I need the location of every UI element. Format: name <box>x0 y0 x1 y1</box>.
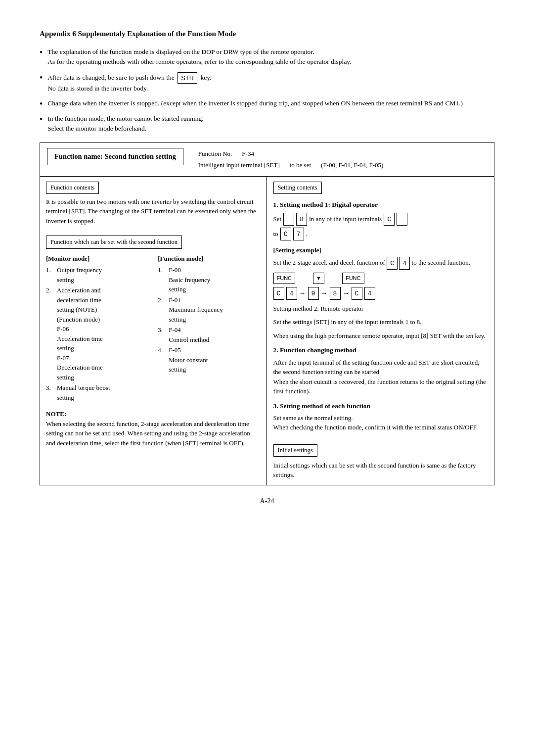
bullet-text-4: In the function mode, the motor cannot b… <box>47 114 494 134</box>
bullet-item-3: • Change data when the inverter is stopp… <box>40 98 494 108</box>
function-contents-text: It is possible to run two motors with on… <box>46 197 260 226</box>
two-list: [Monitor mode] 1. Output frequencysettin… <box>46 254 260 404</box>
two-col: Function contents It is possible to run … <box>40 177 494 485</box>
list-text: Output frequencysetting <box>57 265 102 284</box>
func-btn-right: FUNC <box>342 273 364 284</box>
seq-8: 8 <box>330 287 341 300</box>
set-label: Set <box>273 214 282 224</box>
stage-c: C <box>387 257 398 270</box>
seq-4-2: 4 <box>364 287 375 300</box>
note-label: NOTE: <box>46 409 260 419</box>
list-item: 1. F-00Basic frequencysetting <box>158 265 260 294</box>
seq-9: 9 <box>308 287 319 300</box>
bullet-dot-1: • <box>40 48 43 57</box>
initial-settings-text: Initial settings which can be set with t… <box>273 461 488 480</box>
func-to-be-set-label: to be set <box>290 159 311 171</box>
bullet-dot-4: • <box>40 115 43 124</box>
func-buttons-row: FUNC ▼ FUNC <box>273 273 488 284</box>
set-row-1: Set 8 in any of the input terminals C <box>273 213 488 226</box>
list-num: 2. <box>158 295 167 325</box>
set-char <box>283 213 294 226</box>
initial-settings-label: Initial settings <box>273 444 317 457</box>
function-list: 1. F-00Basic frequencysetting 2. F-01Max… <box>158 265 260 375</box>
list-num: 1. <box>46 265 55 284</box>
monitor-mode-title: [Monitor mode] <box>46 254 148 264</box>
to-c: C <box>280 228 291 240</box>
method2-text-2: When using the high performance remote o… <box>273 331 488 341</box>
list-item: 2. F-01Maximum frequencysetting <box>158 295 260 325</box>
list-item: 3. Manual torque boostsetting <box>46 383 148 402</box>
func-no-value: F-34 <box>242 148 254 159</box>
function-list-col: [Function mode] 1. F-00Basic frequencyse… <box>158 254 260 404</box>
terminal-c: C <box>384 213 395 226</box>
list-text: Acceleration anddeceleration timesetting… <box>57 285 103 382</box>
in-any-label: in any of the input terminals <box>309 214 382 224</box>
method3-title: 3. Setting method of each function <box>273 401 488 411</box>
main-box: Function name: Second function setting F… <box>40 142 494 485</box>
bullet-item-4: • In the function mode, the motor cannot… <box>40 114 494 134</box>
func-no-row: Function No. F-34 <box>198 148 384 159</box>
method2-title: Setting method 2: Remote operator <box>273 304 488 314</box>
seq-c2: C <box>352 287 362 300</box>
monitor-list: 1. Output frequencysetting 2. Accelerati… <box>46 265 148 402</box>
list-num: 2. <box>46 285 55 382</box>
bullet-text-1: The explanation of the function mode is … <box>47 47 494 67</box>
stage-4: 4 <box>399 257 410 270</box>
method1-title: 1. Setting method 1: Digital operator <box>273 200 488 210</box>
func-header-right: Function No. F-34 Intelligent input term… <box>198 148 384 171</box>
str-key: STR <box>178 72 197 84</box>
list-item: 2. Acceleration anddeceleration timesett… <box>46 285 148 382</box>
period: . <box>306 229 308 239</box>
list-text: F-05Motor constantsetting <box>169 345 208 375</box>
method3-content: Set same as the normal setting. When che… <box>273 413 488 432</box>
right-col: Setting contents 1. Setting method 1: Di… <box>267 177 494 485</box>
func-btn-left: FUNC <box>273 273 296 284</box>
function-mode-title: [Function mode] <box>158 254 260 264</box>
bullet-dot-3: • <box>40 99 43 108</box>
list-text: F-01Maximum frequencysetting <box>169 295 222 325</box>
func-name-label: Function name: Second function setting <box>47 148 183 165</box>
function-contents-label: Function contents <box>46 182 99 194</box>
arrow-3: → <box>343 288 350 298</box>
func-header: Function name: Second function setting F… <box>40 143 494 177</box>
seq-c: C <box>273 287 284 300</box>
bullet-item-1: • The explanation of the function mode i… <box>40 47 494 67</box>
page-number: A-24 <box>40 497 494 505</box>
list-item: 4. F-05Motor constantsetting <box>158 345 260 375</box>
set-row-2: to C 7 . <box>273 228 488 240</box>
list-num: 3. <box>158 325 167 344</box>
setting-contents-label: Setting contents <box>273 182 322 194</box>
bullet-item-2: • After data is changed, be sure to push… <box>40 72 494 94</box>
list-text: F-04Control method <box>169 325 209 344</box>
function-which-label: Function which can be set with the secon… <box>46 236 182 249</box>
setting-example-label: [Setting example] <box>273 245 488 255</box>
seq-row: C 4 → 9 → 8 → C 4 <box>273 287 488 300</box>
terminal-1 <box>397 213 407 226</box>
bullet-text-3: Change data when the inverter is stopped… <box>47 98 494 108</box>
left-col: Function contents It is possible to run … <box>40 177 267 485</box>
method2-text-1: Set the settings [SET] in any of the inp… <box>273 317 488 327</box>
set-char-8: 8 <box>296 213 307 226</box>
method2-num-title: 2. Function changing method <box>273 345 488 355</box>
to-7: 7 <box>293 228 304 240</box>
seq-4: 4 <box>286 287 297 300</box>
list-item: 1. Output frequencysetting <box>46 265 148 284</box>
method2-content: After the input terminal of the setting … <box>273 358 488 396</box>
page-title: Appendix 6 Supplementaly Explanation of … <box>40 30 494 38</box>
func-no-label: Function No. <box>198 148 232 159</box>
to-label: to <box>273 229 278 239</box>
monitor-list-col: [Monitor mode] 1. Output frequencysettin… <box>46 254 148 404</box>
list-num: 1. <box>158 265 167 294</box>
arrow-2: → <box>321 288 328 298</box>
arrow-1: → <box>299 288 306 298</box>
note-text: When selecting the second function, 2-st… <box>46 419 260 448</box>
down-arrow: ▼ <box>313 273 324 284</box>
setting-example-text: Set the 2-stage accel. and decel. functi… <box>273 257 488 270</box>
list-text: F-00Basic frequencysetting <box>169 265 210 294</box>
list-item: 3. F-04Control method <box>158 325 260 344</box>
note-section: NOTE: When selecting the second function… <box>46 409 260 448</box>
list-num: 4. <box>158 345 167 375</box>
bullet-text-2: After data is changed, be sure to push d… <box>47 72 494 94</box>
func-to-be-set-value: (F-00, F-01, F-04, F-05) <box>321 159 383 171</box>
func-input-row: Intelligent input terminal [SET] to be s… <box>198 159 384 171</box>
